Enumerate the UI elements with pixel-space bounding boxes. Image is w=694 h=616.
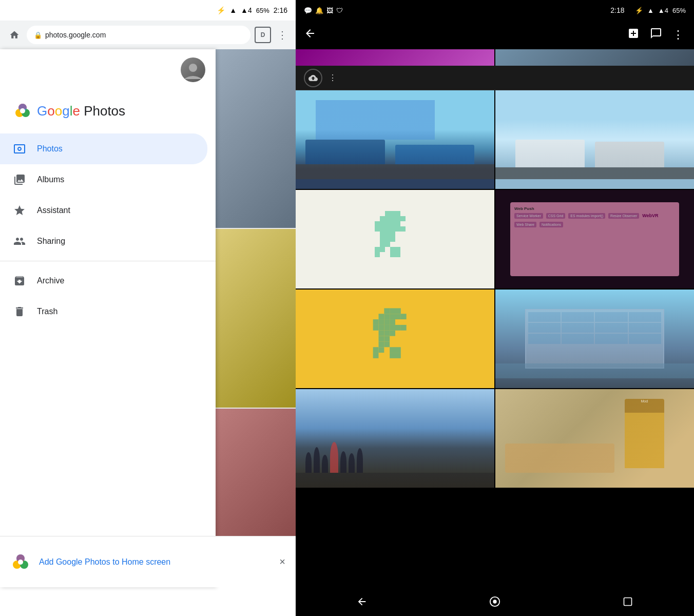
whatsapp-icon: 💬: [304, 7, 312, 14]
svg-rect-18: [385, 216, 390, 221]
svg-rect-24: [385, 221, 390, 226]
svg-rect-67: [384, 331, 390, 336]
svg-rect-59: [390, 319, 395, 325]
left-battery-text: 65%: [256, 7, 269, 14]
nav-item-assistant[interactable]: Assistant: [0, 195, 216, 226]
svg-rect-77: [373, 353, 378, 358]
right-recents-nav[interactable]: [615, 589, 640, 614]
nav-item-albums[interactable]: Albums: [0, 164, 216, 195]
pwa-google-photos-icon: [10, 552, 31, 572]
nav-assistant-label: Assistant: [37, 206, 70, 215]
right-status-bar: 💬 🔔 🖼 🛡 2:18 ⚡ ▲ ▲4 65%: [296, 0, 694, 21]
svg-rect-22: [375, 221, 380, 226]
svg-rect-75: [390, 347, 395, 353]
svg-rect-82: [624, 598, 631, 606]
nav-item-sharing[interactable]: Sharing: [0, 226, 216, 257]
strip-photo-2[interactable]: [495, 49, 694, 66]
photos-sub-toolbar: ⋮: [296, 66, 694, 90]
svg-rect-57: [378, 319, 384, 325]
svg-rect-50: [395, 308, 401, 314]
svg-rect-47: [395, 252, 400, 257]
svg-rect-30: [390, 226, 395, 232]
right-home-nav[interactable]: [483, 589, 507, 614]
photo-cell-tech[interactable]: Web Push Service Worker CSS Grid ES modu…: [495, 190, 694, 288]
svg-rect-79: [395, 353, 401, 358]
tab-count: D: [261, 31, 265, 38]
right-panel: 💬 🔔 🖼 🛡 2:18 ⚡ ▲ ▲4 65% ⋮: [296, 0, 694, 616]
right-toolbar: ⋮: [296, 21, 694, 49]
right-menu-button[interactable]: ⋮: [670, 26, 686, 44]
dino-svg: [370, 208, 421, 270]
sub-menu-button[interactable]: ⋮: [329, 73, 337, 83]
address-bar-row: 🔒 photos.google.com D ⋮: [0, 21, 296, 49]
photo-cell-beer[interactable]: Mod: [495, 389, 694, 488]
svg-rect-31: [395, 226, 400, 232]
svg-rect-62: [384, 325, 390, 331]
tab-switcher[interactable]: D: [255, 27, 271, 43]
nav-item-photos[interactable]: Photos: [0, 133, 207, 164]
image-icon: 🖼: [326, 7, 333, 14]
archive-icon: [12, 274, 27, 288]
svg-point-10: [18, 560, 23, 565]
nav-drawer: Google Photos Photos: [0, 49, 216, 587]
upload-button[interactable]: [304, 69, 322, 87]
google-photos-icon: [12, 101, 33, 121]
photo-cell-dino1[interactable]: [296, 190, 494, 288]
svg-rect-68: [390, 331, 395, 336]
notification-icons: 💬 🔔 🖼 🛡: [304, 7, 343, 14]
svg-rect-70: [384, 336, 390, 342]
svg-rect-17: [380, 216, 385, 221]
nav-archive-label: Archive: [37, 276, 64, 285]
pwa-close-button[interactable]: ×: [279, 556, 285, 568]
svg-rect-16: [395, 211, 400, 216]
svg-rect-52: [384, 314, 390, 319]
svg-rect-34: [385, 232, 390, 237]
left-bluetooth-icon: ⚡: [217, 6, 225, 14]
home-button[interactable]: [6, 27, 23, 43]
avatar-image: [181, 57, 205, 82]
nav-divider-1: [0, 261, 216, 261]
right-bluetooth-icon: ⚡: [635, 7, 643, 14]
assistant-icon: [12, 203, 27, 218]
photo-cell-crowd[interactable]: [296, 389, 494, 488]
photo-cell-building[interactable]: [495, 290, 694, 388]
right-bottom-nav: [296, 587, 694, 616]
svg-rect-37: [385, 237, 390, 242]
photo-cell-dino2[interactable]: [296, 290, 494, 388]
nav-items: Photos Albums Assistant: [0, 133, 216, 587]
svg-rect-15: [390, 211, 395, 216]
trash-icon: [12, 304, 27, 319]
svg-rect-21: [400, 216, 406, 221]
right-back-button[interactable]: [304, 27, 316, 43]
svg-rect-49: [390, 308, 395, 314]
svg-rect-32: [400, 226, 406, 232]
svg-rect-43: [390, 247, 395, 252]
svg-point-5: [20, 108, 25, 113]
albums-icon: [12, 172, 27, 187]
add-photo-button[interactable]: [625, 25, 642, 45]
pwa-banner: Add Google Photos to Home screen ×: [0, 536, 296, 587]
svg-rect-64: [395, 325, 401, 331]
strip-photo-1[interactable]: [296, 49, 494, 66]
nav-item-trash[interactable]: Trash: [0, 296, 216, 327]
photo-cell-truck2[interactable]: [495, 90, 694, 189]
avatar[interactable]: [181, 57, 205, 82]
svg-rect-23: [380, 221, 385, 226]
top-strip: [296, 49, 694, 66]
right-signal-icon: ▲4: [658, 7, 668, 14]
svg-rect-76: [395, 347, 401, 353]
address-input[interactable]: 🔒 photos.google.com: [27, 26, 250, 44]
svg-rect-54: [395, 314, 401, 319]
nav-item-archive[interactable]: Archive: [0, 265, 216, 296]
browser-menu-button[interactable]: ⋮: [275, 27, 290, 43]
svg-point-81: [493, 600, 496, 603]
drawer-header: [0, 49, 216, 90]
svg-rect-35: [390, 232, 395, 237]
nav-sharing-label: Sharing: [37, 237, 65, 246]
svg-rect-26: [395, 221, 400, 226]
dino2-svg: [367, 305, 423, 372]
chat-button[interactable]: [648, 25, 664, 45]
right-back-nav[interactable]: [350, 589, 374, 614]
photo-cell-truck1[interactable]: [296, 90, 494, 189]
svg-rect-19: [390, 216, 395, 221]
